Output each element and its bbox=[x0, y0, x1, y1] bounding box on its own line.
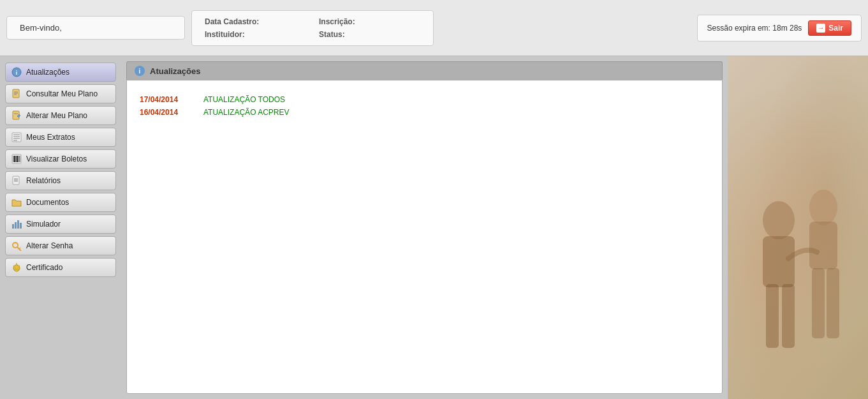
svg-rect-27 bbox=[20, 223, 22, 229]
sidebar-label-alterar-plano: Alterar Meu Plano bbox=[26, 111, 87, 120]
sidebar-item-relatorios[interactable]: Relatórios bbox=[5, 171, 116, 190]
sidebar-label-atualizacoes: Atualizações bbox=[26, 68, 70, 77]
edit-icon bbox=[11, 110, 22, 121]
svg-rect-24 bbox=[12, 224, 14, 229]
sidebar-item-visualizar-boletos[interactable]: Visualizar Boletos bbox=[5, 149, 116, 169]
svg-rect-25 bbox=[15, 222, 17, 229]
medal-icon bbox=[11, 262, 22, 273]
welcome-text: Bem-vindo, bbox=[20, 23, 62, 33]
main-container: i Atualizações Consultar Meu Plano bbox=[0, 56, 868, 399]
svg-point-33 bbox=[763, 201, 795, 239]
user-info-box: Data Cadastro: Inscrição: Instituidor: S… bbox=[191, 10, 434, 46]
content-body: 17/04/2014 ATUALIZAÇÃO TODOS 16/04/2014 … bbox=[126, 80, 723, 394]
sidebar-item-consultar-meu-plano[interactable]: Consultar Meu Plano bbox=[5, 84, 116, 103]
report-icon bbox=[11, 175, 22, 186]
right-image-area bbox=[728, 56, 868, 399]
sidebar-label-consultar: Consultar Meu Plano bbox=[26, 89, 98, 98]
sidebar-item-documentos[interactable]: Documentos bbox=[5, 193, 116, 212]
update-text-0: ATUALIZAÇÃO TODOS bbox=[203, 95, 285, 104]
sidebar-label-simulador: Simulador bbox=[26, 220, 61, 229]
sair-icon bbox=[816, 24, 825, 33]
sidebar-label-relatorios: Relatórios bbox=[26, 176, 61, 185]
status-label: Status: bbox=[319, 30, 420, 39]
content-title: Atualizações bbox=[150, 66, 200, 76]
info-icon: i bbox=[11, 66, 22, 78]
update-date-0: 17/04/2014 bbox=[140, 95, 191, 104]
sidebar-label-boletos: Visualizar Boletos bbox=[26, 154, 87, 163]
people-silhouette bbox=[728, 144, 868, 399]
update-text-1: ATUALIZAÇÃO ACPREV bbox=[203, 108, 289, 117]
sidebar-item-certificado[interactable]: Certificado bbox=[5, 258, 116, 277]
instituidor-label: Instituidor: bbox=[205, 30, 306, 39]
svg-rect-40 bbox=[827, 268, 839, 338]
svg-rect-26 bbox=[17, 220, 19, 229]
key-icon bbox=[11, 240, 22, 252]
sidebar-item-simulador[interactable]: Simulador bbox=[5, 215, 116, 234]
chart-icon bbox=[11, 218, 22, 230]
header-info-icon: i bbox=[135, 66, 145, 76]
session-text: Sessão expira em: 18m 28s bbox=[707, 24, 802, 33]
update-row-0: 17/04/2014 ATUALIZAÇÃO TODOS bbox=[140, 93, 709, 106]
data-cadastro-label: Data Cadastro: bbox=[205, 17, 306, 26]
list-icon bbox=[11, 132, 22, 143]
svg-rect-38 bbox=[782, 284, 795, 348]
inscricao-label: Inscrição: bbox=[319, 17, 420, 26]
sair-button[interactable]: Sair bbox=[808, 20, 851, 36]
content-header: i Atualizações bbox=[126, 61, 723, 80]
sidebar-item-alterar-senha[interactable]: Alterar Senha bbox=[5, 236, 116, 255]
svg-line-30 bbox=[19, 248, 20, 249]
sidebar-label-extratos: Meus Extratos bbox=[26, 133, 75, 142]
session-box: Sessão expira em: 18m 28s Sair bbox=[697, 15, 862, 41]
update-date-1: 16/04/2014 bbox=[140, 108, 191, 117]
svg-rect-37 bbox=[766, 284, 779, 348]
svg-text:i: i bbox=[16, 70, 18, 76]
sidebar-item-atualizacoes[interactable]: i Atualizações bbox=[5, 63, 116, 82]
header: Bem-vindo, Data Cadastro: Inscrição: Ins… bbox=[0, 0, 868, 56]
barcode-icon bbox=[11, 153, 22, 165]
update-row-1: 16/04/2014 ATUALIZAÇÃO ACPREV bbox=[140, 106, 709, 119]
svg-rect-36 bbox=[809, 222, 837, 269]
sidebar-label-certificado: Certificado bbox=[26, 263, 63, 272]
folder-icon bbox=[11, 197, 22, 208]
content-area: i Atualizações 17/04/2014 ATUALIZAÇÃO TO… bbox=[121, 56, 728, 399]
sidebar-item-meus-extratos[interactable]: Meus Extratos bbox=[5, 128, 116, 147]
welcome-box: Bem-vindo, bbox=[6, 16, 185, 40]
sidebar-label-senha: Alterar Senha bbox=[26, 241, 73, 250]
svg-rect-39 bbox=[812, 268, 825, 338]
svg-point-28 bbox=[13, 243, 18, 248]
sidebar: i Atualizações Consultar Meu Plano bbox=[0, 56, 121, 399]
sidebar-label-documentos: Documentos bbox=[26, 198, 69, 207]
svg-rect-34 bbox=[763, 236, 795, 287]
document-icon bbox=[11, 88, 22, 100]
sidebar-item-alterar-meu-plano[interactable]: Alterar Meu Plano bbox=[5, 106, 116, 125]
svg-point-35 bbox=[809, 190, 837, 225]
